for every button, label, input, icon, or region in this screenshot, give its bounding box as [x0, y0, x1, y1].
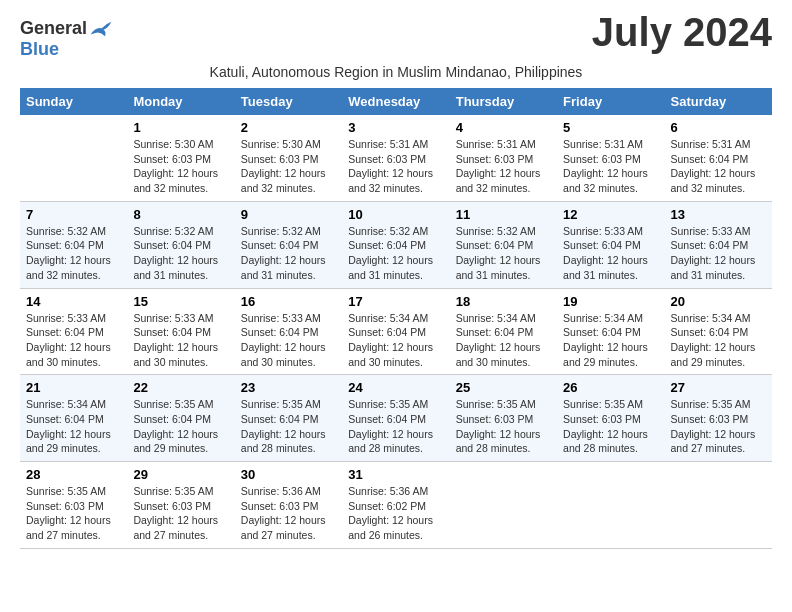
header-tuesday: Tuesday — [235, 88, 342, 115]
cell-details: Sunrise: 5:35 AMSunset: 6:03 PMDaylight:… — [26, 484, 121, 543]
calendar-cell: 10Sunrise: 5:32 AMSunset: 6:04 PMDayligh… — [342, 201, 449, 288]
calendar-cell: 31Sunrise: 5:36 AMSunset: 6:02 PMDayligh… — [342, 462, 449, 549]
cell-details: Sunrise: 5:33 AMSunset: 6:04 PMDaylight:… — [241, 311, 336, 370]
cell-details: Sunrise: 5:34 AMSunset: 6:04 PMDaylight:… — [26, 397, 121, 456]
day-number: 7 — [26, 207, 121, 222]
calendar-cell: 30Sunrise: 5:36 AMSunset: 6:03 PMDayligh… — [235, 462, 342, 549]
cell-details: Sunrise: 5:32 AMSunset: 6:04 PMDaylight:… — [241, 224, 336, 283]
day-number: 3 — [348, 120, 443, 135]
calendar-table: SundayMondayTuesdayWednesdayThursdayFrid… — [20, 88, 772, 549]
cell-details: Sunrise: 5:31 AMSunset: 6:03 PMDaylight:… — [456, 137, 551, 196]
day-number: 26 — [563, 380, 658, 395]
week-row-3: 14Sunrise: 5:33 AMSunset: 6:04 PMDayligh… — [20, 288, 772, 375]
calendar-cell: 9Sunrise: 5:32 AMSunset: 6:04 PMDaylight… — [235, 201, 342, 288]
calendar-cell: 23Sunrise: 5:35 AMSunset: 6:04 PMDayligh… — [235, 375, 342, 462]
day-number: 6 — [671, 120, 766, 135]
calendar-cell: 5Sunrise: 5:31 AMSunset: 6:03 PMDaylight… — [557, 115, 664, 201]
cell-details: Sunrise: 5:33 AMSunset: 6:04 PMDaylight:… — [563, 224, 658, 283]
cell-details: Sunrise: 5:36 AMSunset: 6:03 PMDaylight:… — [241, 484, 336, 543]
calendar-cell: 3Sunrise: 5:31 AMSunset: 6:03 PMDaylight… — [342, 115, 449, 201]
day-number: 22 — [133, 380, 228, 395]
day-number: 24 — [348, 380, 443, 395]
header-row: SundayMondayTuesdayWednesdayThursdayFrid… — [20, 88, 772, 115]
week-row-5: 28Sunrise: 5:35 AMSunset: 6:03 PMDayligh… — [20, 462, 772, 549]
calendar-cell: 20Sunrise: 5:34 AMSunset: 6:04 PMDayligh… — [665, 288, 772, 375]
week-row-2: 7Sunrise: 5:32 AMSunset: 6:04 PMDaylight… — [20, 201, 772, 288]
calendar-cell: 14Sunrise: 5:33 AMSunset: 6:04 PMDayligh… — [20, 288, 127, 375]
calendar-cell: 29Sunrise: 5:35 AMSunset: 6:03 PMDayligh… — [127, 462, 234, 549]
cell-details: Sunrise: 5:34 AMSunset: 6:04 PMDaylight:… — [456, 311, 551, 370]
calendar-cell: 18Sunrise: 5:34 AMSunset: 6:04 PMDayligh… — [450, 288, 557, 375]
day-number: 15 — [133, 294, 228, 309]
cell-details: Sunrise: 5:31 AMSunset: 6:03 PMDaylight:… — [563, 137, 658, 196]
calendar-cell: 15Sunrise: 5:33 AMSunset: 6:04 PMDayligh… — [127, 288, 234, 375]
calendar-subtitle: Katuli, Autonomous Region in Muslim Mind… — [20, 64, 772, 80]
page-header: General Blue July 2024 — [20, 10, 772, 60]
cell-details: Sunrise: 5:35 AMSunset: 6:04 PMDaylight:… — [348, 397, 443, 456]
day-number: 11 — [456, 207, 551, 222]
cell-details: Sunrise: 5:36 AMSunset: 6:02 PMDaylight:… — [348, 484, 443, 543]
calendar-cell: 16Sunrise: 5:33 AMSunset: 6:04 PMDayligh… — [235, 288, 342, 375]
logo-bird-icon — [89, 20, 113, 38]
calendar-cell: 12Sunrise: 5:33 AMSunset: 6:04 PMDayligh… — [557, 201, 664, 288]
cell-details: Sunrise: 5:34 AMSunset: 6:04 PMDaylight:… — [348, 311, 443, 370]
cell-details: Sunrise: 5:33 AMSunset: 6:04 PMDaylight:… — [133, 311, 228, 370]
calendar-cell: 8Sunrise: 5:32 AMSunset: 6:04 PMDaylight… — [127, 201, 234, 288]
cell-details: Sunrise: 5:35 AMSunset: 6:03 PMDaylight:… — [456, 397, 551, 456]
calendar-cell: 2Sunrise: 5:30 AMSunset: 6:03 PMDaylight… — [235, 115, 342, 201]
cell-details: Sunrise: 5:31 AMSunset: 6:03 PMDaylight:… — [348, 137, 443, 196]
header-friday: Friday — [557, 88, 664, 115]
cell-details: Sunrise: 5:35 AMSunset: 6:03 PMDaylight:… — [133, 484, 228, 543]
day-number: 23 — [241, 380, 336, 395]
calendar-cell — [665, 462, 772, 549]
day-number: 10 — [348, 207, 443, 222]
day-number: 25 — [456, 380, 551, 395]
calendar-cell — [557, 462, 664, 549]
cell-details: Sunrise: 5:32 AMSunset: 6:04 PMDaylight:… — [26, 224, 121, 283]
calendar-cell: 19Sunrise: 5:34 AMSunset: 6:04 PMDayligh… — [557, 288, 664, 375]
day-number: 18 — [456, 294, 551, 309]
day-number: 5 — [563, 120, 658, 135]
cell-details: Sunrise: 5:32 AMSunset: 6:04 PMDaylight:… — [348, 224, 443, 283]
day-number: 2 — [241, 120, 336, 135]
month-title: July 2024 — [592, 10, 772, 55]
day-number: 12 — [563, 207, 658, 222]
calendar-cell: 22Sunrise: 5:35 AMSunset: 6:04 PMDayligh… — [127, 375, 234, 462]
cell-details: Sunrise: 5:35 AMSunset: 6:04 PMDaylight:… — [133, 397, 228, 456]
logo-general-text: General — [20, 18, 87, 39]
day-number: 27 — [671, 380, 766, 395]
day-number: 29 — [133, 467, 228, 482]
day-number: 14 — [26, 294, 121, 309]
header-wednesday: Wednesday — [342, 88, 449, 115]
cell-details: Sunrise: 5:32 AMSunset: 6:04 PMDaylight:… — [456, 224, 551, 283]
calendar-cell — [20, 115, 127, 201]
day-number: 30 — [241, 467, 336, 482]
cell-details: Sunrise: 5:30 AMSunset: 6:03 PMDaylight:… — [241, 137, 336, 196]
calendar-cell: 17Sunrise: 5:34 AMSunset: 6:04 PMDayligh… — [342, 288, 449, 375]
calendar-cell: 6Sunrise: 5:31 AMSunset: 6:04 PMDaylight… — [665, 115, 772, 201]
calendar-cell: 13Sunrise: 5:33 AMSunset: 6:04 PMDayligh… — [665, 201, 772, 288]
cell-details: Sunrise: 5:31 AMSunset: 6:04 PMDaylight:… — [671, 137, 766, 196]
calendar-cell: 27Sunrise: 5:35 AMSunset: 6:03 PMDayligh… — [665, 375, 772, 462]
day-number: 28 — [26, 467, 121, 482]
day-number: 9 — [241, 207, 336, 222]
cell-details: Sunrise: 5:33 AMSunset: 6:04 PMDaylight:… — [671, 224, 766, 283]
logo-blue-text: Blue — [20, 39, 59, 60]
calendar-cell: 28Sunrise: 5:35 AMSunset: 6:03 PMDayligh… — [20, 462, 127, 549]
calendar-cell: 7Sunrise: 5:32 AMSunset: 6:04 PMDaylight… — [20, 201, 127, 288]
header-sunday: Sunday — [20, 88, 127, 115]
cell-details: Sunrise: 5:35 AMSunset: 6:03 PMDaylight:… — [563, 397, 658, 456]
day-number: 21 — [26, 380, 121, 395]
week-row-4: 21Sunrise: 5:34 AMSunset: 6:04 PMDayligh… — [20, 375, 772, 462]
calendar-cell: 4Sunrise: 5:31 AMSunset: 6:03 PMDaylight… — [450, 115, 557, 201]
cell-details: Sunrise: 5:34 AMSunset: 6:04 PMDaylight:… — [563, 311, 658, 370]
calendar-cell: 21Sunrise: 5:34 AMSunset: 6:04 PMDayligh… — [20, 375, 127, 462]
cell-details: Sunrise: 5:35 AMSunset: 6:04 PMDaylight:… — [241, 397, 336, 456]
week-row-1: 1Sunrise: 5:30 AMSunset: 6:03 PMDaylight… — [20, 115, 772, 201]
day-number: 31 — [348, 467, 443, 482]
cell-details: Sunrise: 5:34 AMSunset: 6:04 PMDaylight:… — [671, 311, 766, 370]
cell-details: Sunrise: 5:35 AMSunset: 6:03 PMDaylight:… — [671, 397, 766, 456]
day-number: 17 — [348, 294, 443, 309]
day-number: 20 — [671, 294, 766, 309]
header-monday: Monday — [127, 88, 234, 115]
